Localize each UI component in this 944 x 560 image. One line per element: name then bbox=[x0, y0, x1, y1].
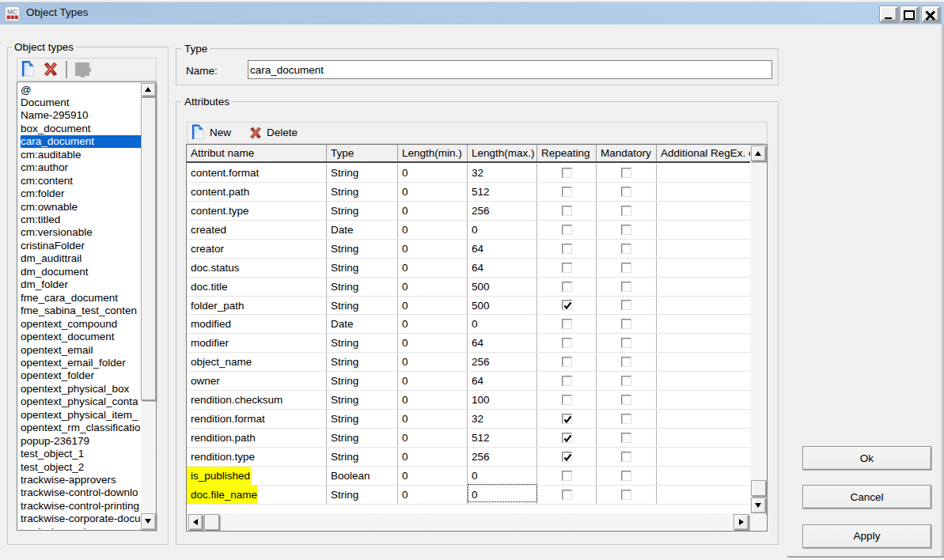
svg-text:MC: MC bbox=[7, 8, 17, 16]
